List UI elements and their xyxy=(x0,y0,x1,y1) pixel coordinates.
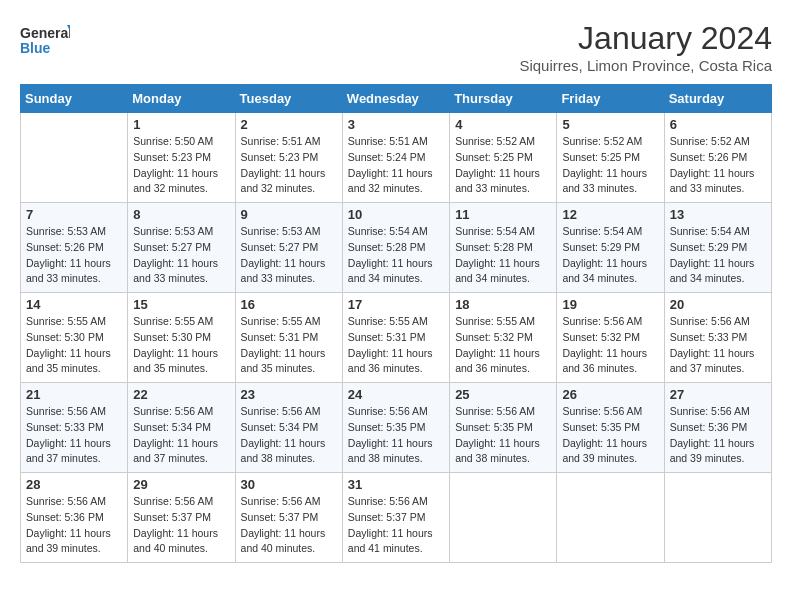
day-info: Sunrise: 5:56 AMSunset: 5:37 PMDaylight:… xyxy=(133,494,229,557)
day-number: 30 xyxy=(241,477,337,492)
day-number: 13 xyxy=(670,207,766,222)
col-sunday: Sunday xyxy=(21,85,128,113)
calendar-cell: 9Sunrise: 5:53 AMSunset: 5:27 PMDaylight… xyxy=(235,203,342,293)
day-info: Sunrise: 5:56 AMSunset: 5:32 PMDaylight:… xyxy=(562,314,658,377)
svg-text:Blue: Blue xyxy=(20,40,51,56)
day-info: Sunrise: 5:53 AMSunset: 5:27 PMDaylight:… xyxy=(241,224,337,287)
logo: General Blue xyxy=(20,20,70,60)
col-thursday: Thursday xyxy=(450,85,557,113)
day-info: Sunrise: 5:56 AMSunset: 5:34 PMDaylight:… xyxy=(133,404,229,467)
day-info: Sunrise: 5:56 AMSunset: 5:37 PMDaylight:… xyxy=(348,494,444,557)
day-number: 24 xyxy=(348,387,444,402)
day-number: 20 xyxy=(670,297,766,312)
day-number: 6 xyxy=(670,117,766,132)
day-number: 18 xyxy=(455,297,551,312)
day-info: Sunrise: 5:56 AMSunset: 5:35 PMDaylight:… xyxy=(562,404,658,467)
day-number: 11 xyxy=(455,207,551,222)
day-info: Sunrise: 5:56 AMSunset: 5:36 PMDaylight:… xyxy=(26,494,122,557)
month-title: January 2024 xyxy=(519,20,772,57)
day-number: 27 xyxy=(670,387,766,402)
calendar-cell: 17Sunrise: 5:55 AMSunset: 5:31 PMDayligh… xyxy=(342,293,449,383)
day-number: 2 xyxy=(241,117,337,132)
logo-svg: General Blue xyxy=(20,20,70,60)
week-row-5: 28Sunrise: 5:56 AMSunset: 5:36 PMDayligh… xyxy=(21,473,772,563)
title-section: January 2024 Siquirres, Limon Province, … xyxy=(519,20,772,74)
day-info: Sunrise: 5:52 AMSunset: 5:26 PMDaylight:… xyxy=(670,134,766,197)
day-number: 9 xyxy=(241,207,337,222)
day-info: Sunrise: 5:55 AMSunset: 5:31 PMDaylight:… xyxy=(348,314,444,377)
calendar-cell xyxy=(21,113,128,203)
day-number: 7 xyxy=(26,207,122,222)
week-row-3: 14Sunrise: 5:55 AMSunset: 5:30 PMDayligh… xyxy=(21,293,772,383)
calendar-cell: 25Sunrise: 5:56 AMSunset: 5:35 PMDayligh… xyxy=(450,383,557,473)
calendar-cell: 12Sunrise: 5:54 AMSunset: 5:29 PMDayligh… xyxy=(557,203,664,293)
calendar-cell xyxy=(664,473,771,563)
day-info: Sunrise: 5:52 AMSunset: 5:25 PMDaylight:… xyxy=(562,134,658,197)
calendar-cell: 10Sunrise: 5:54 AMSunset: 5:28 PMDayligh… xyxy=(342,203,449,293)
header-row: Sunday Monday Tuesday Wednesday Thursday… xyxy=(21,85,772,113)
day-number: 10 xyxy=(348,207,444,222)
day-info: Sunrise: 5:56 AMSunset: 5:37 PMDaylight:… xyxy=(241,494,337,557)
day-info: Sunrise: 5:56 AMSunset: 5:35 PMDaylight:… xyxy=(348,404,444,467)
day-number: 21 xyxy=(26,387,122,402)
day-number: 15 xyxy=(133,297,229,312)
week-row-2: 7Sunrise: 5:53 AMSunset: 5:26 PMDaylight… xyxy=(21,203,772,293)
day-info: Sunrise: 5:51 AMSunset: 5:24 PMDaylight:… xyxy=(348,134,444,197)
calendar-cell: 6Sunrise: 5:52 AMSunset: 5:26 PMDaylight… xyxy=(664,113,771,203)
day-number: 26 xyxy=(562,387,658,402)
day-number: 4 xyxy=(455,117,551,132)
calendar-cell: 31Sunrise: 5:56 AMSunset: 5:37 PMDayligh… xyxy=(342,473,449,563)
calendar-cell: 19Sunrise: 5:56 AMSunset: 5:32 PMDayligh… xyxy=(557,293,664,383)
day-info: Sunrise: 5:55 AMSunset: 5:30 PMDaylight:… xyxy=(26,314,122,377)
calendar-cell: 11Sunrise: 5:54 AMSunset: 5:28 PMDayligh… xyxy=(450,203,557,293)
calendar-cell: 29Sunrise: 5:56 AMSunset: 5:37 PMDayligh… xyxy=(128,473,235,563)
col-tuesday: Tuesday xyxy=(235,85,342,113)
week-row-4: 21Sunrise: 5:56 AMSunset: 5:33 PMDayligh… xyxy=(21,383,772,473)
calendar-cell: 4Sunrise: 5:52 AMSunset: 5:25 PMDaylight… xyxy=(450,113,557,203)
calendar-cell: 28Sunrise: 5:56 AMSunset: 5:36 PMDayligh… xyxy=(21,473,128,563)
calendar-cell: 2Sunrise: 5:51 AMSunset: 5:23 PMDaylight… xyxy=(235,113,342,203)
day-info: Sunrise: 5:54 AMSunset: 5:29 PMDaylight:… xyxy=(670,224,766,287)
day-number: 22 xyxy=(133,387,229,402)
day-number: 16 xyxy=(241,297,337,312)
day-info: Sunrise: 5:54 AMSunset: 5:29 PMDaylight:… xyxy=(562,224,658,287)
day-info: Sunrise: 5:55 AMSunset: 5:30 PMDaylight:… xyxy=(133,314,229,377)
day-info: Sunrise: 5:56 AMSunset: 5:33 PMDaylight:… xyxy=(670,314,766,377)
day-number: 28 xyxy=(26,477,122,492)
calendar-cell: 30Sunrise: 5:56 AMSunset: 5:37 PMDayligh… xyxy=(235,473,342,563)
calendar-cell: 7Sunrise: 5:53 AMSunset: 5:26 PMDaylight… xyxy=(21,203,128,293)
day-info: Sunrise: 5:51 AMSunset: 5:23 PMDaylight:… xyxy=(241,134,337,197)
day-info: Sunrise: 5:55 AMSunset: 5:32 PMDaylight:… xyxy=(455,314,551,377)
day-number: 8 xyxy=(133,207,229,222)
calendar-table: Sunday Monday Tuesday Wednesday Thursday… xyxy=(20,84,772,563)
day-number: 12 xyxy=(562,207,658,222)
col-friday: Friday xyxy=(557,85,664,113)
svg-text:General: General xyxy=(20,25,70,41)
calendar-cell: 13Sunrise: 5:54 AMSunset: 5:29 PMDayligh… xyxy=(664,203,771,293)
day-number: 19 xyxy=(562,297,658,312)
calendar-cell: 15Sunrise: 5:55 AMSunset: 5:30 PMDayligh… xyxy=(128,293,235,383)
day-info: Sunrise: 5:52 AMSunset: 5:25 PMDaylight:… xyxy=(455,134,551,197)
day-number: 25 xyxy=(455,387,551,402)
calendar-cell: 20Sunrise: 5:56 AMSunset: 5:33 PMDayligh… xyxy=(664,293,771,383)
day-info: Sunrise: 5:53 AMSunset: 5:27 PMDaylight:… xyxy=(133,224,229,287)
day-info: Sunrise: 5:56 AMSunset: 5:36 PMDaylight:… xyxy=(670,404,766,467)
calendar-cell: 23Sunrise: 5:56 AMSunset: 5:34 PMDayligh… xyxy=(235,383,342,473)
day-info: Sunrise: 5:56 AMSunset: 5:35 PMDaylight:… xyxy=(455,404,551,467)
calendar-cell: 3Sunrise: 5:51 AMSunset: 5:24 PMDaylight… xyxy=(342,113,449,203)
location: Siquirres, Limon Province, Costa Rica xyxy=(519,57,772,74)
week-row-1: 1Sunrise: 5:50 AMSunset: 5:23 PMDaylight… xyxy=(21,113,772,203)
calendar-cell: 21Sunrise: 5:56 AMSunset: 5:33 PMDayligh… xyxy=(21,383,128,473)
calendar-cell: 1Sunrise: 5:50 AMSunset: 5:23 PMDaylight… xyxy=(128,113,235,203)
day-info: Sunrise: 5:55 AMSunset: 5:31 PMDaylight:… xyxy=(241,314,337,377)
day-info: Sunrise: 5:56 AMSunset: 5:33 PMDaylight:… xyxy=(26,404,122,467)
page-header: General Blue January 2024 Siquirres, Lim… xyxy=(20,20,772,74)
calendar-cell: 27Sunrise: 5:56 AMSunset: 5:36 PMDayligh… xyxy=(664,383,771,473)
day-number: 3 xyxy=(348,117,444,132)
calendar-cell: 26Sunrise: 5:56 AMSunset: 5:35 PMDayligh… xyxy=(557,383,664,473)
day-number: 17 xyxy=(348,297,444,312)
day-info: Sunrise: 5:50 AMSunset: 5:23 PMDaylight:… xyxy=(133,134,229,197)
day-info: Sunrise: 5:56 AMSunset: 5:34 PMDaylight:… xyxy=(241,404,337,467)
day-info: Sunrise: 5:54 AMSunset: 5:28 PMDaylight:… xyxy=(455,224,551,287)
calendar-cell: 24Sunrise: 5:56 AMSunset: 5:35 PMDayligh… xyxy=(342,383,449,473)
